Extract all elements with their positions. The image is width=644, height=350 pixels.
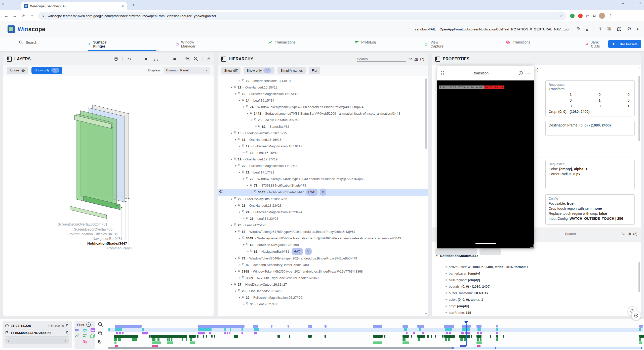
download-icon[interactable]: ⤓ — [586, 26, 588, 32]
tab-jank-cujs[interactable]: Jank CUJs — [586, 40, 601, 48]
drag-handle-icon[interactable] — [441, 71, 444, 75]
scissors-extension-icon[interactable]: ✂ — [586, 14, 589, 18]
dark-mode-icon[interactable]: ◐ — [637, 26, 639, 32]
property-item[interactable]: bounds: (0, 0) - (1080, 2400) — [446, 285, 491, 288]
property-item[interactable]: crop: {empty} — [446, 304, 469, 308]
expander-icon[interactable]: ▼ — [234, 137, 238, 143]
property-item[interactable]: bufferTransform: IDENTITY — [446, 291, 489, 295]
hierarchy-row[interactable]: 82 - StatusBar#82 — [218, 123, 428, 130]
scrollbar-thumb[interactable] — [638, 76, 640, 141]
scrollbar-thumb[interactable] — [425, 78, 427, 149]
expander-icon[interactable]: ▼ — [238, 294, 242, 301]
reload-icon[interactable]: ⟳ — [19, 13, 28, 19]
expander-icon[interactable]: ▼ — [246, 110, 250, 117]
hierarchy-row[interactable]: ▼67 - WindowToken{e5176f9 type=2019 andr… — [218, 229, 428, 235]
hierarchy-row[interactable]: ▼74 - WindowToken{fdddbe6 type=2000 andr… — [218, 104, 428, 110]
pin-icon[interactable] — [238, 91, 242, 96]
collapse-filter-icon[interactable] — [86, 322, 91, 327]
hierarchy-row[interactable]: 10 - ImePlaceholder:13:14#10 — [218, 78, 428, 84]
pin-icon[interactable] — [250, 182, 254, 187]
hierarchy-row[interactable]: ▼12 - OneHanded:15:15#12 — [218, 84, 428, 91]
expander-icon[interactable]: ▼ — [230, 156, 234, 163]
resize-handle-icon[interactable] — [530, 244, 534, 248]
hierarchy-row[interactable]: ▼26 - Leaf:24:25#26 — [218, 222, 428, 229]
tab-transactions[interactable]: Transactions — [268, 40, 295, 44]
ignore-button[interactable]: Ignore — [7, 67, 28, 74]
tab-search[interactable]: Search — [19, 40, 37, 45]
expander-icon[interactable]: ▼ — [238, 143, 242, 150]
chip-flat[interactable]: Flat — [309, 67, 320, 74]
expander-icon[interactable]: ▼ — [238, 209, 242, 215]
spacing-slider[interactable] — [162, 57, 177, 61]
property-item[interactable]: color: (0, 0, 0), alpha: 1 — [446, 298, 483, 301]
hierarchy-row[interactable]: ▼17 - FullscreenMagnification:16:16#17 — [218, 143, 428, 150]
pin-icon[interactable] — [238, 202, 242, 207]
property-root-row[interactable]: ▼ NotificationShade#3447 — [436, 254, 478, 258]
expander-icon[interactable]: ▼ — [230, 196, 234, 202]
zoom-out-icon[interactable] — [193, 57, 198, 61]
pin-icon[interactable] — [246, 301, 250, 306]
hierarchy-row[interactable]: ▼28 - OneHanded:26:31#28 — [218, 288, 428, 294]
hierarchy-row[interactable]: ▼27 - HideDisplayCutout:26:31#27 — [218, 281, 428, 288]
pin-icon[interactable] — [250, 248, 254, 253]
extensions-puzzle-icon[interactable]: ⧉ — [593, 14, 596, 18]
tab-surface-flinger[interactable]: Surface Flinger — [88, 40, 108, 48]
regex-icon[interactable]: (.*) — [633, 232, 637, 236]
expander-icon[interactable]: ▼ — [242, 242, 246, 248]
pin-icon[interactable] — [250, 110, 254, 115]
match-word-icon[interactable]: ab — [415, 57, 418, 61]
rotation-slider[interactable] — [135, 57, 150, 61]
layer-label[interactable]: NavigationBar0#81 — [93, 237, 123, 241]
filter-presets-button[interactable]: Filter Presets — [608, 40, 641, 48]
surface-flinger-trace-icon[interactable] — [83, 328, 87, 332]
pin-icon[interactable] — [254, 189, 258, 194]
tab-window-manager[interactable]: Window Manager — [176, 40, 197, 48]
match-word-icon[interactable]: ab — [628, 232, 631, 236]
extension-red-icon[interactable] — [578, 14, 583, 18]
pin-icon[interactable] — [246, 104, 250, 109]
hierarchy-row[interactable]: ▼73 - 8736138 NotificationShade#73 — [218, 182, 428, 189]
hierarchy-row[interactable]: 30 - Leaf:26:27#30 — [218, 301, 428, 308]
window-manager-trace-icon[interactable] — [91, 328, 95, 332]
pin-icon[interactable] — [242, 78, 246, 82]
scrollbar-thumb[interactable] — [638, 262, 640, 292]
expander-icon[interactable]: ▼ — [250, 117, 254, 123]
layer-rect-screen-decor-overlay-bottom[interactable] — [70, 206, 107, 218]
hierarchy-row[interactable]: ▼13 - FullscreenMagnification:15:15#13 — [218, 91, 428, 97]
layer-label[interactable]: PointerLocation - display 0#134 — [68, 232, 118, 236]
url-bar[interactable]: ⚞ winscope.teams.x20web.corp.google.com/… — [38, 12, 567, 20]
hierarchy-row[interactable]: 3447 - NotificationShade#3447HWCV — [218, 189, 428, 196]
hierarchy-row[interactable]: ▼68 - 885b63e NavigationBar0#68 — [218, 242, 428, 248]
hierarchy-row[interactable]: ▼14 - Leaf:15:15#14 — [218, 97, 428, 104]
timeline-canvas[interactable] — [108, 321, 643, 346]
tab-transitions[interactable]: Transitions — [506, 40, 530, 44]
show-only-v-button[interactable]: Show only V — [31, 67, 62, 74]
pin-icon[interactable] — [246, 150, 250, 154]
tab-close-icon[interactable]: × — [122, 4, 124, 8]
hierarchy-row[interactable]: ▼16 - OneHanded:16:16#16 — [218, 137, 428, 143]
timeline-overview-bar[interactable] — [108, 347, 643, 349]
transactions-trace-icon[interactable] — [75, 334, 79, 338]
overview-track[interactable] — [108, 347, 452, 349]
transitions-trace-icon[interactable] — [83, 340, 87, 344]
pin-icon[interactable] — [242, 143, 246, 148]
eye-icon[interactable] — [219, 190, 223, 193]
hierarchy-row[interactable]: 18 - Leaf:16:16#18 — [218, 150, 428, 156]
expander-icon[interactable]: ▼ — [238, 235, 242, 242]
hierarchy-row[interactable]: ▼15 - HideDisplayCutout:16:16#15 — [218, 130, 428, 137]
transition-overlay-window[interactable]: transition — P: 0 / 1dX: 0.0dY: 0.0Xv: 0… — [437, 66, 534, 248]
browser-tab[interactable]: Winscope | sandbox-FAIL × — [21, 2, 127, 10]
chip-show-diff[interactable]: Show diff — [221, 67, 240, 74]
hierarchy-search-input[interactable] — [357, 57, 406, 62]
layer-label[interactable]: NotificationShade#3447 — [87, 241, 127, 245]
browser-menu-icon[interactable]: ⋮ — [609, 14, 612, 18]
pin-icon[interactable] — [234, 281, 238, 286]
expander-icon[interactable]: ▼ — [436, 255, 438, 257]
zoom-out-icon[interactable] — [98, 330, 103, 336]
tab-view-capture[interactable]: View Capture — [425, 40, 445, 48]
pin-icon[interactable] — [238, 163, 242, 167]
hierarchy-row[interactable]: ▼3449 - Surface(name=885b63e NavigationB… — [218, 235, 428, 242]
pin-icon[interactable] — [242, 209, 246, 214]
layer-label[interactable]: ScreenDecorOverlay#60 — [74, 227, 113, 231]
hierarchy-row[interactable]: ▼19 - OneHanded:17:17#19 — [218, 156, 428, 163]
